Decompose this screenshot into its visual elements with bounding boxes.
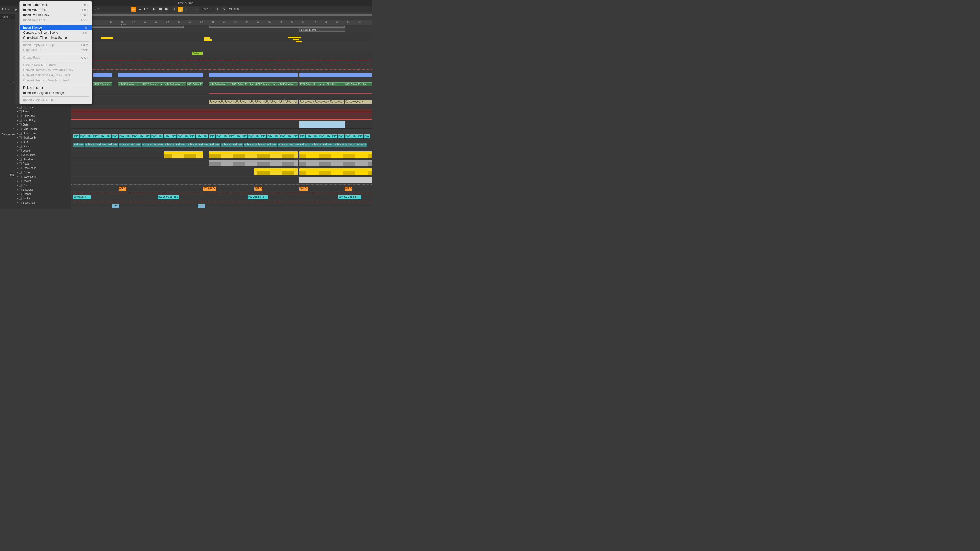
midi-clip[interactable]: Play: [131, 135, 138, 138]
clip-marker[interactable]: [296, 41, 302, 42]
loop-brace-2[interactable]: [209, 25, 345, 27]
browser-device-item[interactable]: ▶Limiter: [15, 144, 72, 148]
midi-clip[interactable]: Follow M: [187, 143, 198, 147]
record-button[interactable]: [164, 6, 169, 12]
track-row[interactable]: Audio: [72, 52, 372, 60]
expand-arrow-icon[interactable]: ▶: [17, 180, 18, 182]
device-checkbox[interactable]: [19, 137, 22, 139]
audio-clip[interactable]: 003 003 Clap Fill-I: [338, 195, 361, 199]
midi-clip[interactable]: Play: [111, 135, 118, 138]
midi-clip[interactable]: Follow M: [175, 143, 186, 147]
expand-arrow-icon[interactable]: ▶: [17, 167, 18, 169]
midi-clip[interactable]: MIDI Follow Me - La: [141, 82, 164, 86]
loop-button[interactable]: ○: [189, 6, 194, 12]
device-checkbox[interactable]: [19, 184, 22, 187]
midi-clip[interactable]: Follow M: [130, 143, 142, 147]
midi-clip[interactable]: Play: [331, 135, 337, 138]
expand-arrow-icon[interactable]: ▶: [17, 124, 18, 126]
browser-device-item[interactable]: ▶Overdrive: [15, 157, 72, 162]
audio-clip[interactable]: [93, 73, 112, 77]
midi-clip[interactable]: Follow M: [244, 143, 255, 147]
track-row[interactable]: [72, 151, 372, 159]
menu-item-delete-locator[interactable]: Delete Locator: [20, 85, 92, 90]
midi-clip[interactable]: Play: [73, 135, 80, 138]
audio-clip[interactable]: [209, 151, 298, 158]
midi-clip[interactable]: Play: [299, 135, 305, 138]
browser-device-item[interactable]: ▶Phas...nger: [15, 166, 72, 170]
midi-clip[interactable]: Follow M: [221, 143, 232, 147]
browser-device-item[interactable]: ▶Filter Delay: [15, 118, 72, 122]
device-checkbox[interactable]: [19, 115, 22, 118]
expand-arrow-icon[interactable]: ▶: [17, 106, 18, 108]
audio-clip[interactable]: ff_brt_128_kit_loo: [329, 100, 344, 103]
audio-clip[interactable]: [164, 151, 203, 158]
audio-clip[interactable]: 001 001 Cr: [203, 187, 216, 191]
browser-device-item[interactable]: ▶Spec...nator: [15, 200, 72, 205]
midi-clip[interactable]: MIDI Follow Me - La: [345, 82, 372, 86]
menu-item-insert-time-signature-change[interactable]: Insert Time Signature Change: [20, 90, 92, 95]
device-checkbox[interactable]: [19, 119, 22, 122]
midi-clip[interactable]: Play: [99, 135, 105, 138]
audio-clip[interactable]: ff_brt_128_kit_loo: [269, 100, 284, 103]
expand-arrow-icon[interactable]: ▶: [17, 141, 18, 143]
midi-clip[interactable]: Play: [216, 135, 222, 138]
audio-clip[interactable]: 001 Cr: [299, 187, 308, 191]
tap-button[interactable]: Tap: [12, 8, 17, 11]
position-display-1[interactable]: 49. 1. 1: [137, 8, 151, 11]
device-checkbox[interactable]: [19, 176, 22, 178]
device-checkbox[interactable]: [19, 162, 22, 165]
sidebar-cat-1[interactable]: ts: [0, 80, 15, 85]
device-checkbox[interactable]: [19, 110, 22, 113]
midi-clip[interactable]: Follow M: [322, 143, 334, 147]
midi-clip[interactable]: Follow M: [107, 143, 118, 147]
midi-clip[interactable]: Play: [357, 135, 363, 138]
midi-clip[interactable]: Play: [151, 135, 157, 138]
audio-clip[interactable]: [118, 73, 203, 77]
menu-item-insert-silence[interactable]: Insert Silence⌘I: [20, 25, 92, 30]
reenable-button[interactable]: ←: [183, 6, 188, 12]
sidebar-cat-3[interactable]: Compresso: [0, 132, 15, 137]
device-checkbox[interactable]: [19, 149, 22, 152]
track-row[interactable]: [72, 120, 372, 129]
midi-clip[interactable]: Play: [248, 135, 254, 138]
locator-bar[interactable]: [72, 14, 372, 16]
device-checkbox[interactable]: [19, 154, 22, 156]
track-row[interactable]: [72, 109, 372, 116]
stop-button[interactable]: [158, 6, 163, 12]
device-checkbox[interactable]: [19, 141, 22, 143]
midi-clip[interactable]: Follo: [112, 204, 119, 208]
midi-clip[interactable]: Play: [177, 135, 183, 138]
draw-mode-button[interactable]: ✎: [215, 6, 220, 12]
midi-clip[interactable]: Follo: [197, 204, 205, 208]
midi-clip[interactable]: Play: [292, 135, 298, 138]
audio-clip[interactable]: ff_brt_128_kit_loo: [239, 100, 254, 103]
menu-item-insert-audio-track[interactable]: Insert Audio Track⌘T: [20, 2, 92, 7]
expand-arrow-icon[interactable]: ▶: [17, 119, 18, 121]
menu-item-capture-and-insert-scene[interactable]: Capture and Insert Scene⇧⌘I: [20, 30, 92, 35]
midi-clip[interactable]: Play: [209, 135, 215, 138]
arrangement-view[interactable]: 1315171921232527293133353739414345474951…: [72, 12, 372, 209]
device-browser[interactable]: ▶EQ Three▶Erosion▶Exter...ffect▶Filter D…: [15, 105, 72, 209]
audio-clip[interactable]: [299, 160, 372, 166]
midi-clip[interactable]: Play: [222, 135, 228, 138]
browser-device-item[interactable]: ▶EQ Three: [15, 105, 72, 110]
midi-clip[interactable]: Play: [260, 135, 266, 138]
midi-clip[interactable]: MIDI Follow Me - La: [164, 82, 186, 86]
midi-clip[interactable]: MIDI Follow Me - La: [209, 82, 231, 86]
audio-clip[interactable]: ff_brt_128_kit_loo: [224, 100, 239, 103]
track-row[interactable]: [72, 168, 372, 176]
track-row[interactable]: Follo Follo: [72, 204, 372, 208]
midi-clip[interactable]: Play: [364, 135, 370, 138]
midi-clip[interactable]: Follow M: [142, 143, 153, 147]
browser-device-item[interactable]: ▶Redux: [15, 170, 72, 175]
midi-clip[interactable]: Follow M: [96, 143, 107, 147]
audio-clip[interactable]: 001 Cr: [119, 187, 126, 191]
midi-clip[interactable]: Play: [338, 135, 344, 138]
midi-clip[interactable]: Follow M: [289, 143, 301, 147]
device-checkbox[interactable]: [19, 124, 22, 126]
track-row[interactable]: 003 Clap Fil 003 003 Clap Fill-... 003 C…: [72, 195, 372, 200]
track-row[interactable]: 001 Cr 001 001 Cr 001 Cr 001 Cr 001 Cr: [72, 187, 372, 191]
track-row[interactable]: MIDI Follow Me - La MIDI Follow Me - La …: [72, 82, 372, 87]
audio-clip[interactable]: 001 Cr: [345, 187, 352, 191]
browser-device-item[interactable]: ▶Pedal: [15, 162, 72, 166]
